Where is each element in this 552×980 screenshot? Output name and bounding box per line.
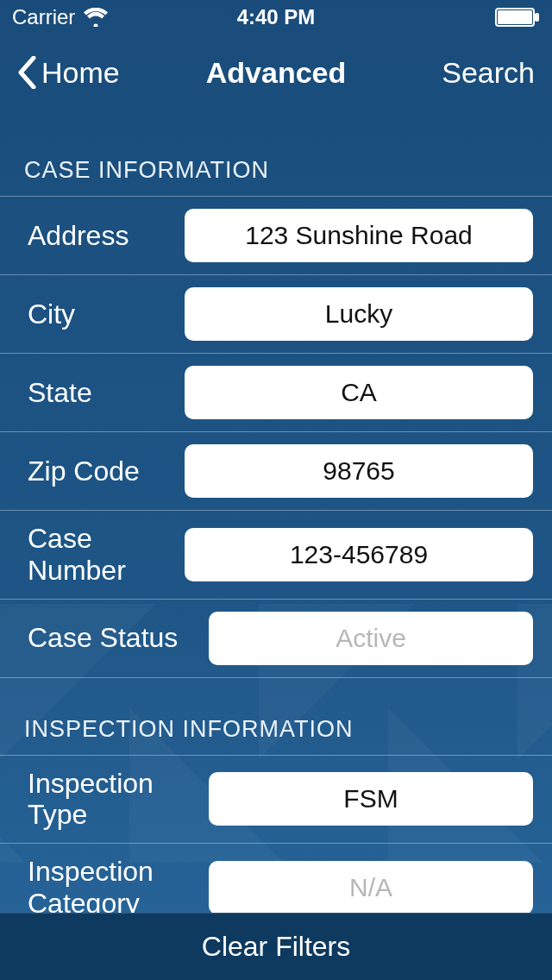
select-case-status-value: Active — [336, 624, 406, 653]
content: CASE INFORMATION Address City State Zip … — [0, 110, 552, 913]
input-zip[interactable] — [185, 444, 533, 498]
label-case-status: Case Status — [28, 622, 191, 654]
select-inspection-type-value: FSM — [343, 784, 398, 814]
label-city: City — [28, 298, 167, 330]
row-inspection-category: Inspection Category N/A — [0, 844, 552, 913]
row-case-number: Case Number — [0, 511, 552, 600]
select-inspection-category[interactable]: N/A — [209, 861, 533, 913]
select-inspection-type[interactable]: FSM — [209, 772, 533, 826]
label-case-number: Case Number — [28, 523, 167, 587]
input-case-number[interactable] — [185, 528, 533, 581]
page-title: Advanced — [0, 56, 552, 90]
clock: 4:40 PM — [0, 5, 552, 29]
clear-filters-label: Clear Filters — [202, 931, 350, 963]
label-inspection-type: Inspection Type — [28, 768, 191, 832]
row-case-status: Case Status Active — [0, 600, 552, 678]
input-state[interactable] — [185, 366, 533, 419]
select-case-status[interactable]: Active — [209, 612, 533, 665]
label-zip: Zip Code — [28, 455, 167, 487]
row-address: Address — [0, 197, 552, 275]
row-city: City — [0, 275, 552, 354]
input-city[interactable] — [185, 287, 533, 341]
row-state: State — [0, 354, 552, 432]
section-header-inspection: INSPECTION INFORMATION — [0, 678, 552, 756]
label-inspection-category: Inspection Category — [28, 856, 191, 913]
clear-filters-button[interactable]: Clear Filters — [0, 913, 552, 980]
row-inspection-type: Inspection Type FSM — [0, 756, 552, 845]
status-bar: Carrier 4:40 PM — [0, 0, 552, 35]
label-state: State — [28, 377, 167, 409]
label-address: Address — [28, 220, 167, 252]
select-inspection-category-value: N/A — [349, 873, 392, 902]
nav-bar: Home Advanced Search — [0, 35, 552, 110]
section-header-case: CASE INFORMATION — [0, 110, 552, 197]
input-address[interactable] — [185, 209, 533, 262]
row-zip: Zip Code — [0, 432, 552, 511]
